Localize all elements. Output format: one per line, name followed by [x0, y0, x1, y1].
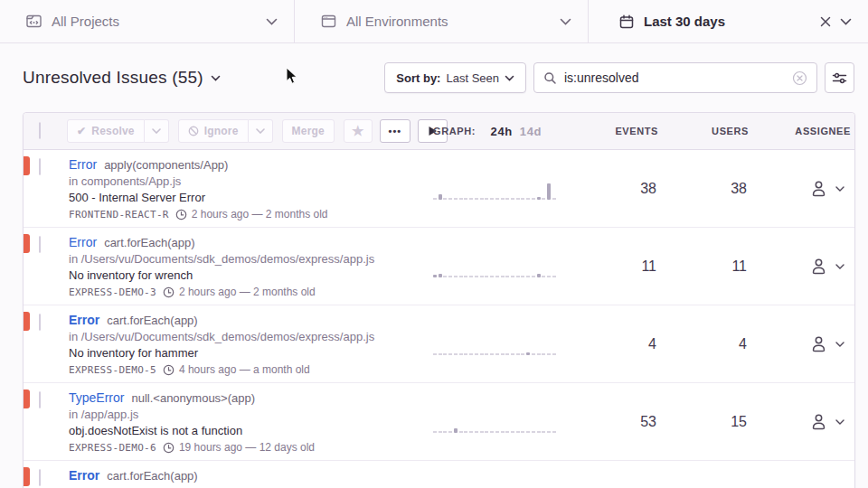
select-all-checkbox[interactable] — [39, 122, 41, 139]
user-icon — [809, 412, 828, 431]
chevron-down-icon[interactable] — [840, 18, 852, 25]
project-selector[interactable]: All Projects — [0, 0, 294, 42]
events-count: 4 — [576, 336, 666, 352]
sort-by-value: Last Seen — [446, 71, 499, 85]
issue-title-link[interactable]: Error — [69, 313, 99, 327]
users-count: 11 — [666, 258, 757, 275]
resolve-button-label: Resolve — [91, 125, 134, 137]
issues-toolbar: ✔ Resolve Ignore Merge — [67, 119, 431, 143]
issue-project-slug: FRONTEND-REACT-R — [69, 209, 169, 221]
chevron-down-icon — [835, 342, 844, 347]
issues-title-dropdown[interactable]: Unresolved Issues (55) — [23, 68, 221, 88]
users-count: 4 — [666, 336, 757, 352]
ignore-dropdown-button[interactable] — [249, 119, 273, 143]
assignee-column-label: ASSIGNEE — [757, 126, 856, 136]
events-count: 38 — [576, 181, 666, 197]
chevron-down-icon — [835, 186, 844, 192]
projects-icon — [25, 13, 42, 30]
clock-icon — [175, 209, 187, 221]
chevron-down-icon — [505, 75, 514, 81]
issue-age: 2 hours ago — 2 months old — [163, 286, 316, 298]
issue-age-text: 2 hours ago — 2 months old — [179, 286, 316, 298]
chevron-down-icon — [211, 75, 221, 81]
issue-location: in /app/app.js — [69, 408, 422, 421]
issue-function: cart.forEach(app) — [104, 236, 194, 249]
chevron-down-icon — [835, 264, 844, 269]
ignore-button-label: Ignore — [204, 125, 239, 137]
issue-message: 500 - Internal Server Error — [69, 191, 422, 204]
assignee-dropdown[interactable] — [757, 257, 856, 276]
page-title: Unresolved Issues (55) — [23, 68, 203, 88]
issue-message: No inventory for wrench — [69, 268, 422, 282]
sort-by-button[interactable]: Sort by: Last Seen — [384, 62, 526, 93]
issue-search-box — [533, 62, 817, 93]
environments-icon — [320, 13, 337, 30]
issues-table: ✔ Resolve Ignore Merge — [23, 112, 855, 488]
error-level-indicator — [24, 234, 30, 253]
events-count: 11 — [576, 258, 666, 275]
chevron-down-icon — [266, 18, 278, 25]
issue-row[interactable]: Error apply(components/App) in component… — [24, 150, 854, 228]
issue-project-slug: EXPRESS-DEMO-5 — [69, 364, 156, 376]
events-column-label: EVENTS — [576, 126, 666, 136]
issue-title-link[interactable]: TypeError — [69, 390, 124, 405]
issue-age: 2 hours ago — 2 months old — [175, 208, 328, 221]
clock-icon — [163, 364, 175, 376]
issue-checkbox[interactable] — [39, 469, 41, 486]
issue-title-link[interactable]: Error — [69, 157, 97, 172]
bookmark-button[interactable]: ★ — [344, 119, 373, 143]
issue-row[interactable]: TypeError null.<anonymous>(app) in /app/… — [24, 383, 854, 461]
issue-checkbox[interactable] — [39, 391, 41, 408]
assignee-dropdown[interactable] — [757, 334, 856, 353]
issue-age-text: 19 hours ago — 12 days old — [179, 441, 315, 454]
users-count: 38 — [666, 181, 757, 197]
issue-row[interactable]: Error cart.forEach(app) in /Users/vu/Doc… — [24, 461, 854, 488]
mute-icon — [188, 126, 199, 136]
assignee-dropdown[interactable] — [757, 412, 856, 431]
issue-summary: Error cart.forEach(app) in /Users/vu/Doc… — [67, 228, 431, 298]
search-input[interactable] — [564, 70, 785, 85]
graph-24h-toggle[interactable]: 24h — [491, 125, 513, 138]
graph-14d-toggle[interactable]: 14d — [520, 125, 542, 138]
issues-header: Unresolved Issues (55) Sort by: Last See… — [0, 43, 868, 112]
graph-column-label: GRAPH: — [433, 126, 476, 136]
resolve-dropdown-button[interactable] — [145, 119, 169, 143]
environment-selector-label: All Environments — [346, 14, 448, 29]
clock-icon — [163, 442, 175, 454]
environment-selector[interactable]: All Environments — [294, 0, 588, 42]
issue-message: obj.doesNotExist is not a function — [69, 424, 422, 437]
saved-search-filter-button[interactable] — [825, 62, 854, 93]
sort-by-prefix: Sort by: — [396, 71, 440, 85]
error-level-indicator — [24, 389, 30, 408]
error-level-indicator — [24, 156, 30, 175]
issue-function: cart.forEach(app) — [107, 314, 197, 327]
chevron-down-icon — [560, 18, 571, 25]
issue-title-link[interactable]: Error — [69, 468, 99, 483]
issue-row[interactable]: Error cart.forEach(app) in /Users/vu/Doc… — [24, 305, 854, 383]
daterange-label: Last 30 days — [644, 14, 725, 29]
clock-icon — [163, 286, 175, 298]
issue-checkbox[interactable] — [39, 314, 41, 331]
user-icon — [809, 334, 828, 353]
calendar-icon — [618, 14, 635, 30]
issue-summary: Error cart.forEach(app) in /Users/vu/Doc… — [67, 461, 431, 488]
issue-title-link[interactable]: Error — [69, 235, 97, 249]
merge-button-label: Merge — [292, 125, 325, 137]
issue-checkbox[interactable] — [39, 158, 41, 175]
clear-search-icon[interactable] — [792, 70, 807, 86]
resolve-button[interactable]: ✔ Resolve — [67, 119, 145, 143]
assignee-dropdown[interactable] — [757, 179, 856, 198]
issue-row[interactable]: Error cart.forEach(app) in /Users/vu/Doc… — [24, 228, 854, 305]
daterange-selector[interactable]: Last 30 days — [588, 0, 868, 42]
ignore-button[interactable]: Ignore — [178, 119, 249, 143]
ellipsis-icon: ••• — [389, 126, 402, 136]
clear-daterange-icon[interactable] — [820, 16, 831, 27]
events-sparkline — [433, 256, 556, 277]
issue-summary: Error cart.forEach(app) in /Users/vu/Doc… — [67, 305, 431, 376]
merge-button[interactable]: Merge — [282, 119, 335, 143]
global-filter-bar: All Projects All Environments La — [0, 0, 868, 43]
sliders-icon — [832, 71, 847, 85]
issue-checkbox[interactable] — [39, 236, 41, 253]
project-selector-label: All Projects — [52, 14, 119, 29]
more-actions-button[interactable]: ••• — [380, 119, 411, 143]
